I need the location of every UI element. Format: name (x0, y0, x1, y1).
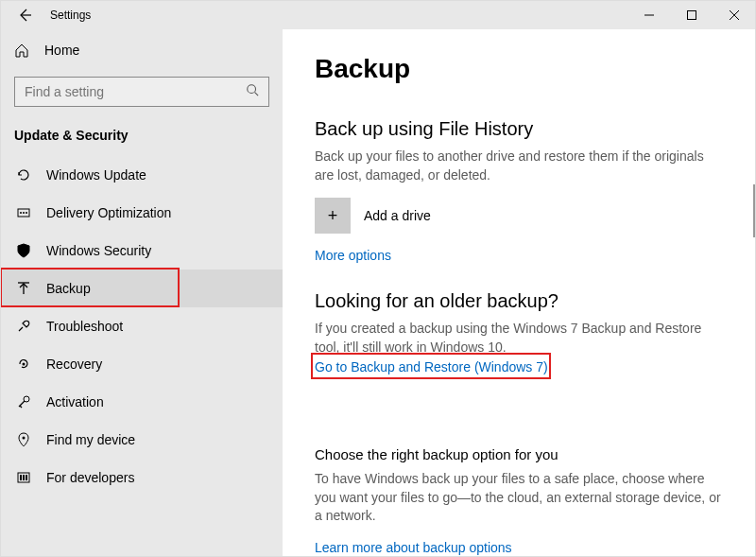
nav-label: Delivery Optimization (46, 205, 171, 220)
nav-label: Activation (46, 394, 104, 409)
older-backup-desc: If you created a backup using the Window… (315, 320, 723, 357)
window-controls (627, 1, 755, 29)
content-area: Backup Back up using File History Back u… (283, 29, 755, 556)
svg-point-8 (23, 212, 25, 214)
svg-point-12 (23, 363, 26, 366)
nav-label: For developers (46, 470, 134, 485)
delivery-icon (14, 205, 33, 220)
search-icon (246, 83, 259, 100)
location-icon (14, 432, 33, 447)
sidebar-item-delivery-optimization[interactable]: Delivery Optimization (1, 194, 283, 232)
file-history-title: Back up using File History (315, 118, 723, 140)
minimize-button[interactable] (627, 1, 670, 29)
sidebar-item-activation[interactable]: Activation (1, 383, 283, 421)
sidebar-item-windows-update[interactable]: Windows Update (1, 156, 283, 194)
sidebar-item-recovery[interactable]: Recovery (1, 345, 283, 383)
nav-label: Find my device (46, 432, 135, 447)
plus-icon: + (328, 206, 338, 226)
nav-label: Backup (46, 281, 91, 296)
svg-rect-1 (687, 11, 696, 20)
home-icon (14, 43, 33, 58)
key-icon (14, 394, 33, 409)
search-box[interactable] (14, 77, 269, 107)
wrench-icon (14, 319, 33, 334)
search-input[interactable] (25, 84, 246, 99)
nav-label: Recovery (46, 357, 102, 372)
add-drive-button[interactable]: + (315, 198, 351, 234)
nav-label: Windows Update (46, 167, 146, 183)
titlebar: Settings (1, 1, 755, 29)
older-backup-title: Looking for an older backup? (315, 290, 723, 312)
svg-point-9 (26, 212, 27, 214)
file-history-desc: Back up your files to another drive and … (315, 148, 723, 184)
home-label: Home (44, 43, 79, 58)
sidebar-item-troubleshoot[interactable]: Troubleshoot (1, 307, 283, 345)
sidebar: Home Update & Security Windows Update De… (1, 29, 283, 556)
add-drive-label: Add a drive (364, 208, 431, 223)
sidebar-item-backup[interactable]: Backup (1, 270, 283, 307)
page-title: Backup (315, 54, 723, 84)
back-button[interactable] (10, 1, 39, 29)
svg-point-16 (23, 437, 26, 440)
svg-rect-18 (20, 475, 22, 480)
home-nav[interactable]: Home (1, 35, 283, 65)
maximize-button[interactable] (670, 1, 713, 29)
nav-label: Windows Security (46, 243, 151, 258)
close-button[interactable] (713, 1, 755, 29)
nav-label: Troubleshoot (46, 319, 123, 334)
sidebar-item-windows-security[interactable]: Windows Security (1, 232, 283, 270)
sidebar-item-find-my-device[interactable]: Find my device (1, 421, 283, 459)
shield-icon (14, 243, 33, 258)
backup-icon (14, 281, 33, 296)
svg-rect-19 (23, 475, 25, 480)
svg-rect-20 (26, 475, 27, 480)
svg-line-5 (255, 93, 259, 96)
more-options-link[interactable]: More options (315, 248, 391, 263)
choose-option-title: Choose the right backup option for you (315, 446, 723, 462)
choose-option-desc: To have Windows back up your files to a … (315, 470, 723, 526)
svg-point-4 (248, 85, 256, 94)
recovery-icon (14, 357, 33, 372)
window-title: Settings (50, 9, 91, 22)
svg-point-7 (20, 212, 22, 214)
refresh-icon (14, 167, 33, 183)
sidebar-section-title: Update & Security (1, 124, 283, 156)
developer-icon (14, 470, 33, 485)
add-drive-row: + Add a drive (315, 198, 723, 234)
svg-line-15 (20, 406, 22, 408)
goto-backup-restore-link[interactable]: Go to Backup and Restore (Windows 7) (315, 359, 548, 374)
sidebar-item-for-developers[interactable]: For developers (1, 459, 283, 496)
learn-more-link[interactable]: Learn more about backup options (315, 540, 512, 555)
